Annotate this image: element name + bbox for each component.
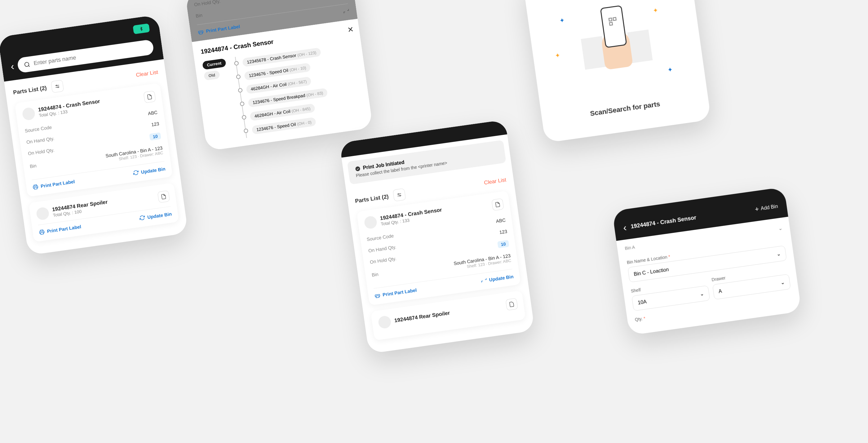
- current-tag[interactable]: Current: [202, 58, 226, 70]
- back-icon[interactable]: ‹: [622, 222, 627, 233]
- chevron-down-icon: ⌄: [780, 279, 785, 286]
- printer-icon: [197, 29, 204, 35]
- search-icon: [24, 61, 31, 68]
- phone-print-toast: Print Job Initiated Please collect the l…: [339, 120, 535, 354]
- refresh-icon: [139, 215, 145, 221]
- document-icon: [161, 193, 167, 200]
- svg-rect-15: [609, 18, 612, 21]
- onhold-label: On Hold Qty.: [28, 147, 55, 158]
- svg-rect-14: [376, 295, 379, 297]
- old-tag[interactable]: Old: [204, 70, 220, 81]
- part-title: 19244874 Rear Spoiler: [394, 310, 451, 324]
- avatar: [22, 107, 36, 121]
- refresh-icon: [133, 169, 139, 176]
- bin-label-dim: Bin: [195, 12, 203, 19]
- document-icon: [494, 201, 501, 208]
- onhold-badge: 10: [149, 132, 161, 141]
- printer-icon: [39, 229, 45, 235]
- avatar: [364, 216, 378, 229]
- document-icon: [146, 94, 153, 100]
- svg-point-12: [398, 193, 399, 194]
- svg-rect-16: [613, 18, 616, 21]
- header-title: 19244874 - Crash Sensor: [630, 214, 696, 230]
- update-bin-button[interactable]: Update Bin: [481, 274, 514, 283]
- clear-list-button[interactable]: Clear List: [135, 69, 158, 78]
- source-value: ABC: [148, 109, 158, 116]
- filter-icon: [396, 192, 402, 198]
- check-circle-icon: [354, 165, 361, 172]
- document-button[interactable]: [491, 198, 504, 211]
- close-icon[interactable]: ✕: [347, 25, 354, 35]
- svg-point-5: [58, 87, 59, 88]
- svg-point-9: [355, 166, 361, 171]
- part-card: 19244874 - Crash Sensor Total Qty. : 133…: [356, 191, 521, 306]
- parts-list-count: Parts List (2): [13, 85, 47, 96]
- part-card: 19244874 - Crash Sensor Total Qty. : 133…: [14, 83, 173, 197]
- onhand-value: 123: [151, 121, 159, 127]
- document-button[interactable]: [143, 91, 156, 103]
- avatar: [378, 315, 392, 329]
- printer-icon: [32, 184, 38, 190]
- filter-button[interactable]: [393, 188, 406, 201]
- back-icon[interactable]: ‹: [10, 60, 15, 72]
- phone-parts-list: ‹ Parts List (2) Clear List 192448: [0, 14, 188, 255]
- svg-point-0: [24, 62, 29, 67]
- svg-line-1: [29, 65, 30, 67]
- refresh-icon: [343, 8, 349, 14]
- bluetooth-badge: [133, 23, 150, 34]
- search-field[interactable]: [33, 44, 148, 67]
- plus-icon: +: [754, 205, 760, 214]
- phone-scan-empty: ✦ ✦ ✦ ✦ Scan/Search for parts: [523, 0, 711, 143]
- document-icon: [509, 301, 515, 307]
- onhold-label-dim: On Hold Qty.: [194, 0, 221, 7]
- refresh-icon: [481, 277, 487, 283]
- svg-point-13: [400, 195, 401, 196]
- add-bin-button[interactable]: + Add Bin: [754, 202, 779, 213]
- bin-a-header: Bin A: [625, 245, 636, 251]
- qr-icon: [608, 16, 618, 27]
- chevron-down-icon: ⌄: [776, 251, 781, 257]
- chevron-down-icon[interactable]: ⌄: [778, 225, 783, 231]
- svg-rect-8: [199, 32, 203, 34]
- supersession-timeline: 12345678 - Crash Sensor (OH - 123) 12346…: [235, 45, 332, 138]
- print-label-button[interactable]: Print Part Label: [39, 223, 82, 235]
- update-bin-button[interactable]: Update Bin: [133, 166, 166, 176]
- print-label-button[interactable]: Print Part Label: [32, 179, 75, 190]
- chevron-down-icon: ⌄: [700, 290, 704, 297]
- onhand-label: On Hand Qty.: [26, 136, 55, 145]
- bin-label: Bin: [29, 163, 37, 173]
- qty-label: Qty.: [634, 316, 643, 322]
- clear-list-button[interactable]: Clear List: [484, 177, 506, 186]
- phone-add-bin: ‹ 19244874 - Crash Sensor + Add Bin Bin …: [612, 187, 802, 336]
- update-bin-button[interactable]: Update Bin: [139, 211, 172, 221]
- phone-history-drawer: On Hold Qty. Bin Print Part Label ✕ 1924…: [185, 0, 373, 151]
- avatar: [36, 207, 50, 220]
- document-button[interactable]: [505, 298, 518, 311]
- filter-icon: [54, 83, 60, 89]
- svg-point-4: [56, 85, 57, 86]
- parts-list-count: Parts List (2): [354, 193, 389, 204]
- history-drawer: ✕ 19244874 - Crash Sensor Current Old 12…: [192, 19, 373, 151]
- document-button[interactable]: [157, 190, 170, 203]
- print-label-button-dim: Print Part Label: [197, 24, 240, 35]
- filter-button[interactable]: [51, 80, 64, 93]
- scan-illustration: ✦ ✦ ✦ ✦: [540, 0, 693, 103]
- print-label-button[interactable]: Print Part Label: [374, 287, 417, 298]
- printer-icon: [374, 292, 380, 298]
- svg-rect-17: [610, 22, 613, 25]
- svg-rect-7: [41, 232, 44, 234]
- source-label: Source Code: [25, 124, 52, 133]
- svg-rect-6: [34, 187, 37, 189]
